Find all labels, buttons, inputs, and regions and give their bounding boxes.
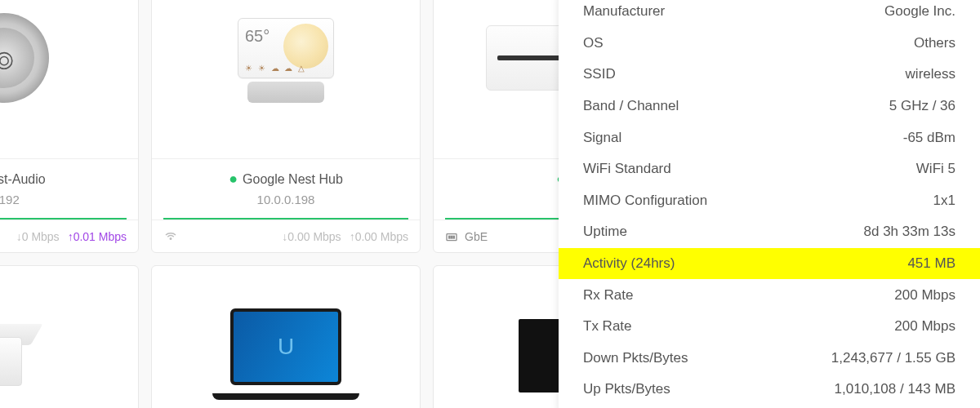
row-key: Band / Channel (583, 98, 679, 114)
details-row: OSOthers (583, 28, 956, 60)
details-row: Activity (24hrs)451 MB (559, 248, 980, 280)
details-row: WiFi StandardWiFi 5 (583, 153, 956, 185)
down-rate: 0.00 Mbps (287, 230, 341, 243)
device-name: Google Nest Hub (243, 172, 343, 186)
up-rate: 0.00 Mbps (355, 230, 408, 243)
up-arrow-icon: ↑ (350, 230, 355, 243)
row-value: 1x1 (933, 193, 956, 209)
details-row: Down Pkts/Bytes1,243,677 / 1.55 GB (583, 343, 956, 375)
svg-rect-3 (451, 236, 452, 238)
row-key: SSID (583, 66, 616, 82)
details-row: Signal-65 dBm (583, 122, 956, 153)
row-value: 5 GHz / 36 (889, 98, 956, 114)
row-key: Tx Rate (583, 318, 632, 335)
details-row: ManufacturerGoogle Inc. (583, 0, 956, 28)
row-key: Signal (583, 130, 621, 146)
row-value: Google Inc. (884, 3, 956, 20)
row-key: Up Pkts/Bytes (583, 381, 670, 397)
down-arrow-icon: ↓ (282, 230, 287, 243)
details-row: MIMO Configuration1x1 (583, 185, 956, 217)
row-value: Others (914, 35, 956, 51)
row-key: WiFi Standard (583, 161, 671, 177)
ethernet-label: GbE (465, 230, 488, 243)
details-row: Up Pkts/Bytes1,010,108 / 143 MB (583, 374, 956, 406)
details-row: Tx Rate200 Mbps (583, 311, 956, 343)
device-image: 65° ☀ ☀ ☁ ☁ △ (152, 0, 420, 123)
device-image: U (152, 266, 420, 408)
details-row: Rx Rate200 Mbps (583, 279, 956, 311)
up-rate: 0.01 Mbps (74, 230, 127, 243)
details-row: SSIDwireless (583, 59, 956, 91)
down-arrow-icon: ↓ (16, 230, 22, 243)
status-dot-icon: ● (229, 171, 238, 187)
device-footer: ↓0.00 Mbps ↑0.00 Mbps (152, 220, 420, 252)
device-card[interactable]: 65° ☀ ☀ ☁ ☁ △ ●Google Nest Hub 10.0.0.19… (151, 0, 421, 253)
row-key: Uptime (583, 224, 627, 240)
details-row: Band / Channel5 GHz / 36 (583, 91, 956, 122)
row-value: 1,010,108 / 143 MB (835, 381, 956, 397)
device-meta: ●ecast-Audio 0.192 (0, 158, 138, 220)
row-value: WiFi 5 (916, 161, 956, 177)
svg-rect-2 (449, 236, 450, 238)
row-value: 451 MB (907, 255, 956, 272)
device-image: ⌾ (0, 0, 138, 123)
row-value: 200 Mbps (894, 318, 956, 335)
up-arrow-icon: ↑ (68, 230, 74, 243)
device-card[interactable]: U (151, 265, 421, 408)
row-key: Rx Rate (583, 287, 633, 304)
device-card[interactable]: ◎ (0, 265, 139, 408)
device-footer: ↓0 Mbps ↑0.01 Mbps (0, 220, 138, 252)
device-image: ◎ (0, 266, 138, 408)
row-key: OS (583, 35, 604, 51)
details-table: ManufacturerGoogle Inc.OSOthersSSIDwirel… (559, 0, 980, 406)
row-value: 8d 3h 33m 13s (864, 224, 956, 240)
row-key: Down Pkts/Bytes (583, 350, 688, 366)
wifi-icon (163, 228, 189, 245)
device-ip: 10.0.0.198 (167, 193, 405, 206)
details-row: Uptime8d 3h 33m 13s (583, 216, 956, 248)
down-rate: 0 Mbps (22, 230, 60, 243)
row-key: MIMO Configuration (583, 193, 707, 209)
row-value: wireless (906, 66, 956, 82)
row-value: -65 dBm (903, 130, 956, 146)
row-value: 1,243,677 / 1.55 GB (831, 350, 956, 366)
svg-rect-4 (453, 236, 454, 238)
row-key: Manufacturer (583, 3, 665, 20)
row-value: 200 Mbps (894, 287, 956, 304)
ethernet-icon: GbE (445, 230, 488, 243)
svg-point-0 (170, 238, 172, 240)
device-name: ecast-Audio (0, 172, 46, 186)
device-card[interactable]: ⌾ ●ecast-Audio 0.192 ↓0 Mbps ↑0.01 Mbps (0, 0, 139, 253)
device-meta: ●Google Nest Hub 10.0.0.198 (152, 158, 420, 220)
details-panel: ManufacturerGoogle Inc.OSOthersSSIDwirel… (559, 0, 980, 408)
row-key: Activity (24hrs) (583, 255, 675, 272)
device-ip: 0.192 (0, 193, 123, 206)
